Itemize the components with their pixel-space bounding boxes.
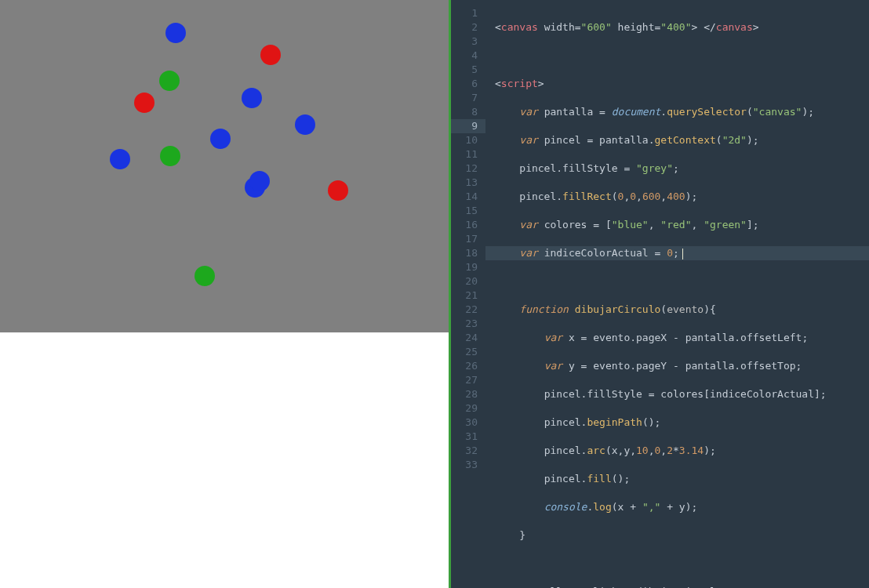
property: .pageY	[630, 360, 667, 372]
paren: );	[704, 445, 716, 456]
browser-preview-pane	[0, 0, 449, 588]
line-number: 7	[451, 91, 485, 105]
number: 2	[667, 445, 673, 456]
editor-body: 1234567891011121314151617181920212223242…	[449, 0, 869, 588]
paren: (	[747, 106, 753, 118]
line-number: 22	[451, 303, 485, 317]
paren: (	[605, 445, 612, 456]
string-literal: "blue"	[612, 219, 649, 230]
string-literal: ","	[642, 501, 660, 513]
line-number-gutter: 1234567891011121314151617181920212223242…	[449, 0, 485, 588]
property: .offsetTop;	[734, 360, 802, 372]
preview-circle	[210, 129, 231, 149]
comma: ,	[660, 191, 667, 202]
method: arc	[587, 445, 605, 456]
paren: (	[612, 191, 618, 202]
identifier: y	[569, 360, 575, 372]
keyword: var	[519, 134, 537, 146]
function-name: dibujarCirculo	[575, 303, 661, 315]
html-attr: width	[544, 21, 575, 33]
line-number: 6	[451, 77, 485, 91]
string-literal: "green"	[704, 219, 747, 230]
semi: ;	[673, 247, 679, 259]
app-root: 1234567891011121314151617181920212223242…	[0, 0, 869, 588]
keyword: var	[544, 360, 562, 372]
html-attr: height	[618, 21, 655, 33]
identifier: pantalla	[544, 106, 594, 118]
number: 3.14	[679, 445, 704, 456]
dot: .	[660, 106, 667, 118]
line-number: 5	[451, 63, 485, 77]
line-number: 13	[451, 176, 485, 190]
line-number: 23	[451, 317, 485, 331]
method: getContext	[655, 134, 716, 146]
line-number: 3	[451, 34, 485, 49]
object: document	[612, 106, 661, 118]
dot: .	[556, 162, 562, 174]
keyword: var	[519, 219, 537, 230]
arg: y	[679, 501, 685, 513]
preview-circle	[195, 266, 215, 286]
line-number: 31	[451, 430, 485, 444]
object: pincel	[544, 445, 581, 456]
line-number: 33	[451, 458, 485, 472]
operator: =	[581, 134, 599, 146]
operator: =	[575, 332, 593, 343]
line-number: 8	[451, 105, 485, 119]
string-literal: "grey"	[636, 162, 673, 174]
line-number: 32	[451, 444, 485, 458]
angle-open: <	[495, 78, 501, 89]
string-literal: "400"	[660, 21, 691, 33]
html-tag: script	[501, 78, 538, 89]
args: ();	[612, 473, 630, 485]
line-number: 4	[451, 49, 485, 63]
angle-close: >	[753, 21, 759, 33]
keyword: var	[519, 247, 537, 259]
bracket: ];	[747, 219, 759, 230]
method: beginPath	[587, 416, 642, 428]
line-number: 2	[451, 20, 485, 34]
operator: =	[593, 106, 611, 118]
number: 400	[667, 191, 685, 202]
dot: .	[556, 191, 562, 202]
line-number: 28	[451, 387, 485, 401]
comma: ,	[692, 219, 704, 230]
identifier: indiceColorActual	[544, 247, 649, 259]
number: 10	[636, 445, 649, 456]
line-number: 9	[451, 119, 485, 133]
parameter: evento	[667, 303, 704, 315]
operator: =	[618, 162, 636, 174]
line-number: 19	[451, 260, 485, 274]
object: console	[544, 501, 587, 513]
keyword: function	[519, 303, 569, 315]
object: pincel	[544, 388, 581, 400]
canvas-preview[interactable]	[0, 0, 449, 332]
operator: =	[649, 247, 667, 259]
comma: ,	[660, 445, 667, 456]
method: querySelector	[667, 106, 747, 118]
identifier: x	[569, 332, 575, 343]
paren: );	[747, 134, 759, 146]
operator: *	[673, 445, 679, 456]
paren: (	[716, 134, 722, 146]
paren: );	[802, 106, 814, 118]
operator: -	[667, 360, 685, 372]
line-number: 27	[451, 373, 485, 387]
line-number: 16	[451, 218, 485, 232]
method: log	[593, 501, 611, 513]
tag-mid: > </	[692, 21, 716, 33]
comma: ,	[636, 191, 642, 202]
object: pincel	[519, 191, 556, 202]
code-area[interactable]: <canvas width="600" height="400"> </canv…	[485, 0, 869, 588]
line-number: 11	[451, 147, 485, 162]
brace: }	[519, 529, 525, 541]
keyword: var	[544, 332, 562, 343]
paren: );	[685, 191, 698, 202]
angle-open: <	[495, 21, 501, 33]
angle-close: >	[538, 78, 544, 89]
keyword: var	[519, 106, 537, 118]
operator: = [	[587, 219, 611, 230]
object: pincel	[519, 162, 556, 174]
line-number: 21	[451, 289, 485, 303]
object: evento	[593, 360, 630, 372]
